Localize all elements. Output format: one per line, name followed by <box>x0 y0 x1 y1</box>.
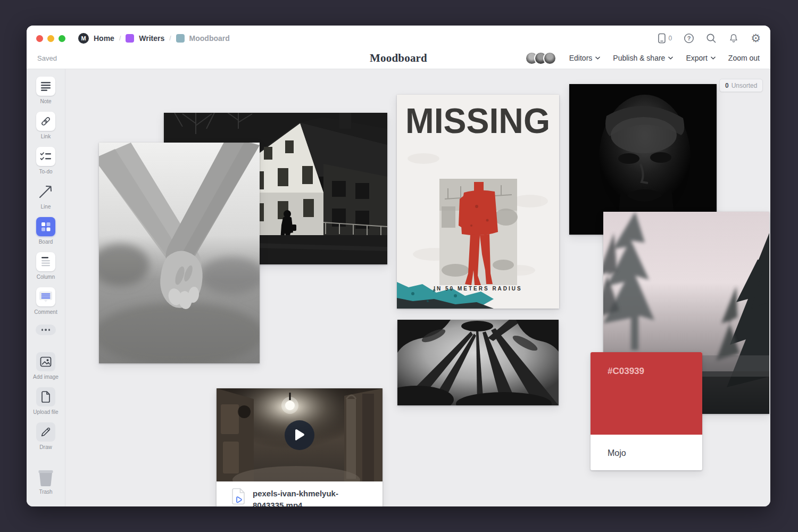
todo-icon <box>40 152 52 161</box>
tool-label: Column <box>37 274 55 280</box>
chevron-down-icon <box>668 56 673 60</box>
unsorted-count: 0 <box>725 82 729 89</box>
writers-board-icon[interactable] <box>126 34 134 43</box>
save-status: Saved <box>37 54 57 62</box>
color-name: Mojo <box>591 435 702 458</box>
play-icon <box>294 429 305 442</box>
publish-share-label: Publish & share <box>613 54 665 62</box>
tool-sidebar: Note Link To-do Line <box>27 69 65 506</box>
window-controls <box>36 35 65 42</box>
phone-icon <box>658 33 666 44</box>
editors-label: Editors <box>569 54 593 62</box>
device-count: 0 <box>668 35 672 42</box>
tool-label: Trash <box>39 489 52 495</box>
breadcrumb-separator: / <box>169 35 171 42</box>
editors-menu-button[interactable]: Editors <box>569 54 601 62</box>
tool-comment[interactable]: Comment <box>34 287 57 315</box>
maximize-window-button[interactable] <box>59 35 65 42</box>
board-icon <box>40 221 51 232</box>
trash-icon <box>36 468 56 486</box>
holding-hands-photo[interactable] <box>99 143 260 363</box>
poster-title: MISSING <box>405 101 550 140</box>
export-button[interactable]: Export <box>686 54 715 62</box>
tool-upload-file[interactable]: Upload file <box>33 387 58 415</box>
poster-subtitle: IN 50 METERS RADIUS <box>397 286 559 292</box>
video-filename: pexels-ivan-khmelyuk-8043335.mp4 <box>253 488 359 506</box>
comment-icon <box>39 290 53 303</box>
ellipsis-icon <box>41 329 44 331</box>
app-logo-icon[interactable]: M <box>78 33 89 44</box>
tool-note[interactable]: Note <box>36 77 55 104</box>
tool-trash[interactable]: Trash <box>36 468 56 495</box>
tool-add-image[interactable]: Add image <box>33 352 59 380</box>
help-button[interactable]: ? <box>684 33 694 44</box>
moodboard-board-icon[interactable] <box>176 34 185 43</box>
minimize-window-button[interactable] <box>47 35 54 42</box>
svg-text:?: ? <box>687 35 691 41</box>
line-arrow-icon <box>38 184 54 200</box>
tool-label: Note <box>40 98 51 104</box>
tool-label: Line <box>41 204 51 210</box>
video-thumbnail <box>217 388 383 481</box>
video-card[interactable]: pexels-ivan-khmelyuk-8043335.mp4 <box>217 388 383 506</box>
tool-label: Draw <box>39 444 52 450</box>
close-window-button[interactable] <box>36 35 43 42</box>
publish-share-button[interactable]: Publish & share <box>613 54 673 62</box>
tool-link[interactable]: Link <box>36 112 55 139</box>
link-icon <box>40 115 52 127</box>
column-icon <box>40 256 51 268</box>
mobile-device-button[interactable]: 0 <box>658 33 672 44</box>
draw-icon <box>40 426 52 438</box>
unsorted-label: Unsorted <box>732 82 758 89</box>
tool-label: Upload file <box>33 409 58 415</box>
breadcrumb-writers[interactable]: Writers <box>139 34 164 43</box>
settings-button[interactable]: ⚙ <box>751 33 761 44</box>
unsorted-badge[interactable]: 0 Unsorted <box>719 79 763 92</box>
add-image-icon <box>40 356 52 367</box>
tool-line[interactable]: Line <box>36 182 55 210</box>
breadcrumb-home[interactable]: Home <box>94 34 114 43</box>
tool-board[interactable]: Board <box>36 217 55 245</box>
zoom-out-button[interactable]: Zoom out <box>728 54 760 62</box>
bell-icon <box>728 33 739 44</box>
breadcrumb-separator: / <box>119 35 121 42</box>
tool-label: Board <box>39 239 53 245</box>
gear-icon: ⚙ <box>751 33 761 44</box>
tool-todo[interactable]: To-do <box>36 147 55 174</box>
moodboard-canvas[interactable]: 0 Unsorted <box>65 69 770 506</box>
color-hex-value: #C03939 <box>608 366 644 376</box>
header: M Home / Writers / Moodboard 0 <box>27 26 770 69</box>
tool-label: Comment <box>34 309 57 315</box>
app-window: M Home / Writers / Moodboard 0 <box>27 26 770 506</box>
tool-draw[interactable]: Draw <box>36 422 55 450</box>
chevron-down-icon <box>711 56 716 60</box>
note-icon <box>40 81 51 91</box>
avatar <box>543 52 556 65</box>
video-file-icon <box>231 488 245 505</box>
more-tools-button[interactable] <box>36 325 56 335</box>
editor-avatars[interactable] <box>525 52 556 65</box>
search-button[interactable] <box>706 33 717 44</box>
missing-poster-image[interactable]: MISSING <box>397 95 559 309</box>
search-icon <box>706 33 717 44</box>
breadcrumb-moodboard[interactable]: Moodboard <box>189 34 230 43</box>
tool-label: Add image <box>33 374 59 380</box>
tool-label: To-do <box>39 169 52 174</box>
chevron-down-icon <box>595 56 600 60</box>
looking-up-trees-photo[interactable] <box>397 320 559 405</box>
tool-label: Link <box>41 134 51 139</box>
play-button[interactable] <box>285 420 314 450</box>
color-swatch-card[interactable]: #C03939 Mojo <box>591 352 702 470</box>
color-swatch: #C03939 <box>591 352 702 435</box>
question-icon: ? <box>684 33 694 44</box>
notifications-button[interactable] <box>728 33 739 44</box>
tool-column[interactable]: Column <box>36 252 55 280</box>
upload-file-icon <box>41 391 51 403</box>
zoom-out-label: Zoom out <box>728 54 760 62</box>
export-label: Export <box>686 54 707 62</box>
breadcrumb: M Home / Writers / Moodboard <box>78 33 230 44</box>
